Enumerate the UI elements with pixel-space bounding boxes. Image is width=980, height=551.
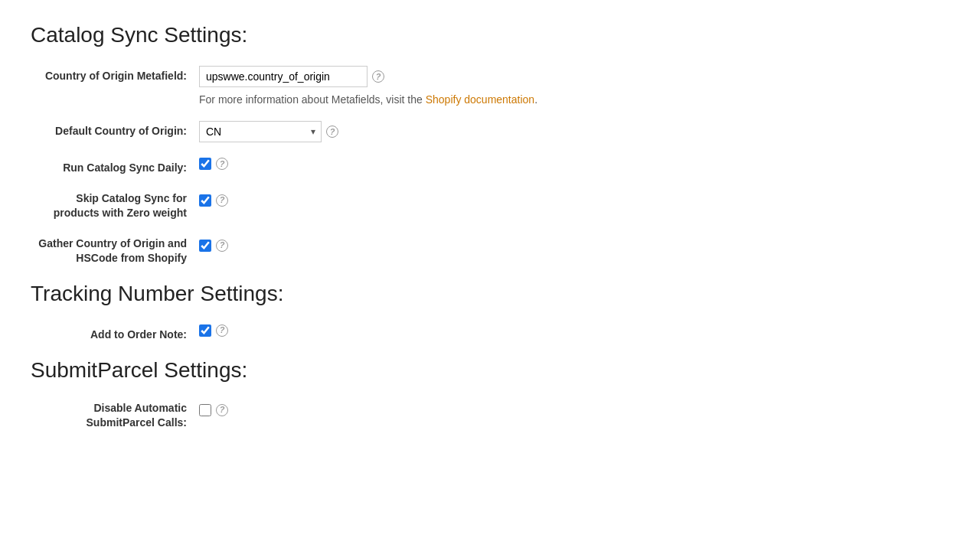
gather-country-origin-row: Gather Country of Origin and HSCode from…	[31, 236, 949, 266]
metafield-help-icon[interactable]: ?	[372, 70, 384, 83]
metafield-input-row: ?	[199, 66, 384, 87]
disable-automatic-label: Disable Automatic SubmitParcel Calls:	[31, 401, 199, 431]
metafield-input[interactable]	[199, 66, 368, 87]
disable-automatic-checkbox[interactable]	[199, 404, 211, 416]
add-to-order-note-help-icon[interactable]: ?	[216, 324, 228, 337]
default-country-help-icon[interactable]: ?	[326, 126, 338, 138]
run-catalog-sync-daily-control: ?	[199, 158, 228, 170]
add-to-order-note-label: Add to Order Note:	[31, 324, 199, 343]
shopify-documentation-link[interactable]: Shopify documentation	[426, 93, 534, 106]
gather-country-origin-control: ?	[199, 236, 228, 252]
submit-parcel-divider: SubmitParcel Settings:	[31, 358, 949, 383]
skip-catalog-sync-zero-weight-checkbox[interactable]	[199, 194, 211, 207]
skip-catalog-sync-zero-weight-row: Skip Catalog Sync for products with Zero…	[31, 191, 949, 221]
catalog-sync-form: Country of Origin Metafield: ? For more …	[31, 66, 949, 266]
disable-automatic-row: Disable Automatic SubmitParcel Calls: ?	[31, 401, 949, 431]
default-country-of-origin-row: Default Country of Origin: CN US DE FR J…	[31, 121, 949, 142]
tracking-number-form: Add to Order Note: ?	[31, 324, 949, 343]
country-of-origin-metafield-row: Country of Origin Metafield: ? For more …	[31, 66, 949, 106]
disable-automatic-help-icon[interactable]: ?	[216, 404, 228, 416]
metafield-meta-text: For more information about Metafields, v…	[199, 93, 426, 106]
run-catalog-sync-daily-checkbox[interactable]	[199, 158, 211, 170]
catalog-sync-section-title: Catalog Sync Settings:	[31, 23, 949, 47]
add-to-order-note-checkbox[interactable]	[199, 324, 211, 337]
skip-catalog-sync-zero-weight-control: ?	[199, 191, 228, 207]
tracking-number-section-title: Tracking Number Settings:	[31, 282, 949, 306]
add-to-order-note-control: ?	[199, 324, 228, 337]
gather-country-origin-help-icon[interactable]: ?	[216, 240, 228, 252]
default-country-of-origin-label: Default Country of Origin:	[31, 121, 199, 139]
default-country-of-origin-control: CN US DE FR JP GB ▾ ?	[199, 121, 338, 142]
metafield-meta-period: .	[534, 93, 537, 106]
run-catalog-sync-daily-label: Run Catalog Sync Daily:	[31, 158, 199, 176]
run-catalog-sync-daily-help-icon[interactable]: ?	[216, 158, 228, 170]
country-select-wrapper: CN US DE FR JP GB ▾	[199, 121, 322, 142]
disable-automatic-control: ?	[199, 401, 228, 416]
country-select[interactable]: CN US DE FR JP GB	[199, 121, 322, 142]
metafield-meta-info: For more information about Metafields, v…	[199, 93, 537, 106]
tracking-number-divider: Tracking Number Settings:	[31, 282, 949, 306]
country-of-origin-metafield-label: Country of Origin Metafield:	[31, 66, 199, 84]
run-catalog-sync-daily-row: Run Catalog Sync Daily: ?	[31, 158, 949, 176]
gather-country-origin-label: Gather Country of Origin and HSCode from…	[31, 236, 199, 266]
skip-catalog-sync-zero-weight-label: Skip Catalog Sync for products with Zero…	[31, 191, 199, 221]
submit-parcel-form: Disable Automatic SubmitParcel Calls: ?	[31, 401, 949, 431]
submit-parcel-section-title: SubmitParcel Settings:	[31, 358, 949, 383]
country-of-origin-metafield-control: ? For more information about Metafields,…	[199, 66, 537, 106]
add-to-order-note-row: Add to Order Note: ?	[31, 324, 949, 343]
skip-catalog-sync-zero-weight-help-icon[interactable]: ?	[216, 194, 228, 207]
gather-country-origin-checkbox[interactable]	[199, 240, 211, 252]
